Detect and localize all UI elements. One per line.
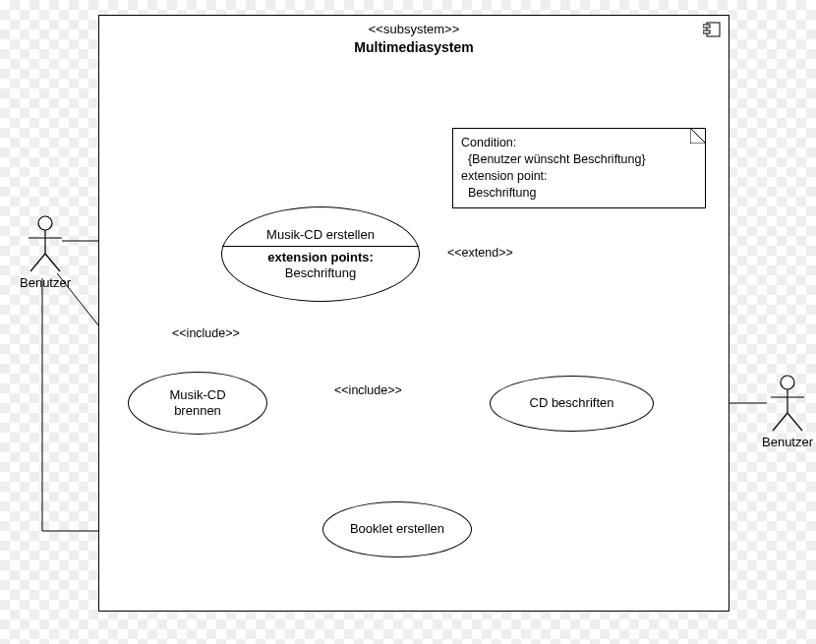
svg-rect-10 [703, 25, 710, 28]
usecase-title: Musik-CD brennen [169, 387, 225, 420]
actor-label: Benutzer [762, 435, 813, 449]
note-dog-ear-icon [690, 128, 706, 144]
extend-condition-note: Condition: {Benutzer wünscht Beschriftun… [452, 128, 706, 208]
extension-points-divider [222, 246, 419, 247]
svg-rect-11 [703, 30, 710, 33]
component-icon [703, 22, 721, 37]
svg-line-22 [773, 413, 787, 431]
usecase-booklet-erstellen: Booklet erstellen [322, 501, 472, 557]
usecase-title: Musik-CD erstellen [266, 227, 375, 243]
extension-points-label: extension points: [267, 250, 374, 265]
actor-label: Benutzer [20, 275, 71, 290]
svg-line-18 [45, 254, 60, 271]
usecase-cd-beschriften: CD beschriften [490, 376, 654, 432]
note-line: Condition: [461, 135, 697, 151]
include-label: <<include>> [334, 383, 402, 397]
system-stereotype: <<subsystem>> [99, 22, 729, 38]
include-label: <<include>> [172, 326, 240, 340]
usecase-title: CD beschriften [530, 395, 614, 411]
usecase-title: Booklet erstellen [350, 521, 444, 537]
actor-icon [23, 214, 68, 275]
usecase-musik-cd-erstellen: Musik-CD erstellen extension points: Bes… [221, 206, 420, 302]
extension-point-name: Beschriftung [285, 265, 356, 281]
svg-line-17 [30, 254, 45, 271]
svg-point-19 [781, 376, 794, 389]
svg-line-23 [787, 413, 802, 431]
actor-benutzer-right: Benutzer [762, 374, 813, 449]
note-line: {Benutzer wünscht Beschriftung} [461, 151, 697, 168]
system-title: Multimediasystem [99, 38, 729, 56]
note-line: Beschriftung [461, 185, 697, 202]
actor-icon [765, 374, 810, 435]
diagram-canvas: <<subsystem>> Multimediasystem Condition… [0, 0, 816, 644]
actor-benutzer-left: Benutzer [20, 214, 71, 290]
system-header: <<subsystem>> Multimediasystem [99, 16, 729, 60]
note-line: extension point: [461, 168, 697, 185]
extend-label: <<extend>> [447, 246, 513, 260]
usecase-musik-cd-brennen: Musik-CD brennen [128, 372, 267, 435]
svg-point-14 [38, 216, 52, 230]
